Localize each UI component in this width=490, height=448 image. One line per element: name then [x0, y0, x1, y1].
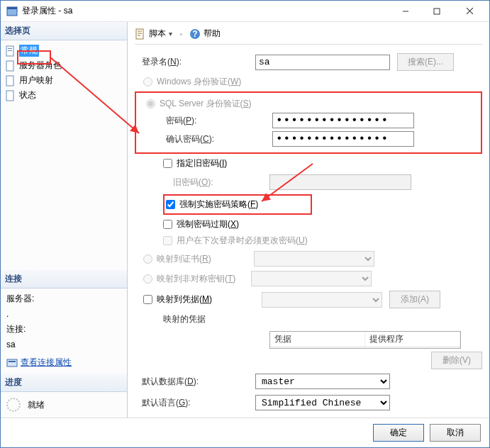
confirm-password-label: 确认密码(C): [138, 133, 272, 145]
login-name-label: 登录名(N): [135, 56, 255, 68]
svg-rect-13 [9, 361, 16, 362]
nav-status[interactable]: 状态 [2, 88, 126, 103]
default-db-row: 默认数据库(D): master [135, 374, 482, 389]
must-change-checkbox: 用户在下次登录时必须更改密码(U) [163, 235, 482, 247]
connection-header: 连接 [1, 270, 127, 289]
specify-old-checkbox[interactable]: 指定旧密码(I) [163, 157, 482, 169]
map-cred-checkbox-input[interactable] [143, 295, 152, 304]
minimize-button[interactable] [390, 1, 421, 22]
cancel-button[interactable]: 取消 [430, 424, 481, 442]
windows-auth-radio: Windows 身份验证(W) [143, 76, 482, 88]
enforce-policy-checkbox[interactable]: 强制实施密码策略(F) [163, 194, 312, 215]
page-icon [5, 90, 16, 101]
enforce-policy-label: 强制实施密码策略(F) [179, 198, 258, 211]
default-lang-select[interactable]: Simplified Chinese [255, 395, 390, 410]
help-label: 帮助 [204, 28, 221, 40]
script-icon [135, 28, 146, 40]
window-title: 登录属性 - sa [22, 5, 390, 17]
ok-button[interactable]: 确定 [373, 424, 424, 442]
default-lang-row: 默认语言(G): Simplified Chinese [135, 395, 482, 410]
col-provider: 提供程序 [365, 332, 460, 347]
map-asym-radio-input [143, 274, 152, 284]
map-cert-select [254, 251, 374, 267]
conn-label: 连接: [6, 322, 121, 337]
close-button[interactable] [452, 1, 486, 22]
must-change-label: 用户在下次登录时必须更改密码(U) [177, 235, 308, 247]
svg-rect-11 [6, 91, 13, 101]
nav-general[interactable]: 常规 [2, 43, 126, 58]
progress-body: 就绪 [1, 392, 127, 418]
progress-status: 就绪 [28, 399, 45, 411]
mapped-creds-row: 映射的凭据 [135, 313, 482, 325]
search-button: 搜索(E)... [397, 53, 454, 71]
mapped-creds-grid[interactable]: 凭据 提供程序 [269, 331, 461, 349]
page-nav: 常规 服务器角色 用户映射 状态 [1, 40, 127, 106]
map-asym-select [251, 271, 372, 286]
password-label: 密码(P): [138, 115, 272, 127]
map-cred-checkbox[interactable]: 映射到凭据(M) 添加(A) [143, 291, 482, 308]
windows-auth-label: Windows 身份验证(W) [157, 76, 241, 88]
password-input[interactable] [272, 113, 414, 128]
sql-auth-highlight: SQL Server 身份验证(S) 密码(P): 确认密码(C): [135, 91, 482, 154]
svg-rect-9 [6, 61, 13, 71]
old-password-input [269, 174, 411, 190]
page-icon [5, 45, 16, 57]
nav-label: 用户映射 [19, 74, 53, 86]
page-icon [5, 60, 16, 72]
col-credential: 凭据 [270, 332, 365, 347]
connection-body: 服务器: . 连接: sa 查看连接属性 [1, 289, 127, 374]
svg-rect-3 [434, 9, 440, 14]
mapped-creds-header: 凭据 提供程序 [270, 332, 460, 347]
window-icon [6, 6, 18, 17]
server-value: . [6, 307, 121, 323]
must-change-checkbox-input [163, 236, 172, 245]
nav-label: 服务器角色 [19, 60, 62, 72]
nav-server-roles[interactable]: 服务器角色 [2, 58, 126, 73]
enforce-policy-checkbox-input[interactable] [166, 200, 175, 209]
enforce-expire-label: 强制密码过期(X) [177, 218, 239, 230]
default-lang-label: 默认语言(G): [135, 397, 255, 409]
svg-rect-8 [8, 50, 12, 51]
map-cert-label: 映射到证书(R) [157, 253, 211, 265]
nav-label: 常规 [19, 45, 39, 57]
script-label: 脚本 [149, 28, 166, 40]
script-button[interactable]: 脚本 [135, 28, 172, 40]
svg-text:?: ? [193, 29, 198, 39]
map-cred-select [262, 292, 382, 308]
progress-header: 进度 [1, 374, 127, 392]
svg-rect-14 [136, 29, 143, 39]
view-connection-props-link[interactable]: 查看连接属性 [21, 355, 72, 371]
map-asym-radio: 映射到非对称密钥(T) [143, 271, 482, 286]
windows-auth-radio-input [143, 77, 152, 86]
sql-auth-label: SQL Server 身份验证(S) [160, 98, 252, 110]
content-area: 选择页 常规 服务器角色 用户映射 状态 [1, 22, 489, 418]
left-pane: 选择页 常规 服务器角色 用户映射 状态 [1, 22, 128, 418]
page-icon [5, 75, 16, 86]
confirm-password-row: 确认密码(C): [138, 131, 479, 147]
sql-auth-radio: SQL Server 身份验证(S) [146, 98, 479, 110]
default-db-select[interactable]: master [255, 374, 390, 389]
enforce-expire-checkbox-input[interactable] [163, 220, 172, 229]
confirm-password-input[interactable] [272, 131, 414, 147]
titlebar: 登录属性 - sa [1, 1, 489, 22]
help-button[interactable]: ? 帮助 [189, 28, 221, 40]
enforce-expire-checkbox[interactable]: 强制密码过期(X) [163, 218, 482, 230]
svg-rect-1 [7, 7, 17, 9]
mapped-creds-label: 映射的凭据 [135, 313, 269, 325]
login-name-row: 登录名(N): 搜索(E)... [135, 53, 482, 71]
connection-props-icon [6, 357, 18, 369]
specify-old-checkbox-input[interactable] [163, 159, 172, 168]
right-pane: 脚本 ▪ ? 帮助 登录名(N): 搜索(E)... Windows 身份验证(… [128, 22, 489, 418]
svg-rect-7 [8, 48, 12, 49]
login-name-input[interactable] [255, 55, 390, 70]
remove-button: 删除(V) [431, 352, 482, 369]
map-asym-label: 映射到非对称密钥(T) [157, 273, 235, 285]
nav-user-mapping[interactable]: 用户映射 [2, 73, 126, 88]
map-cert-radio-input [143, 254, 152, 264]
map-cred-label: 映射到凭据(M) [157, 293, 212, 306]
password-row: 密码(P): [138, 113, 479, 128]
maximize-button[interactable] [421, 1, 452, 22]
conn-value: sa [6, 337, 121, 353]
add-button: 添加(A) [389, 291, 440, 308]
specify-old-label: 指定旧密码(I) [177, 157, 227, 169]
